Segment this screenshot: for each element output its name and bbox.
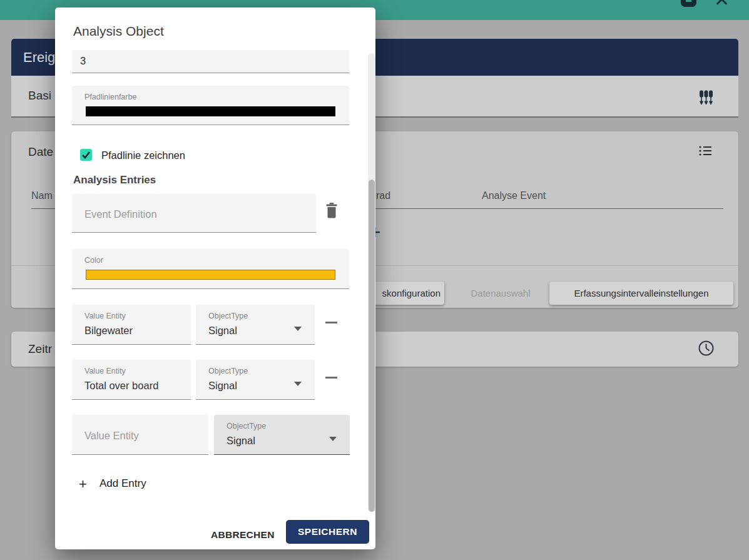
dialog-title: Analysis Object (73, 24, 164, 39)
table-header-rad: rad (376, 190, 390, 201)
table-header-analyse-event: Analyse Event (482, 190, 546, 201)
object-type-label: ObjectType (208, 367, 248, 375)
event-definition-field[interactable]: Event Definition (72, 194, 316, 233)
object-type-select[interactable]: ObjectType Signal (196, 305, 315, 345)
basis-row-label: Basi (28, 89, 51, 103)
daten-panel-title: Date (28, 145, 53, 159)
trash-icon[interactable] (325, 203, 338, 219)
table-header-name: Nam (31, 190, 53, 201)
analysis-entries-heading: Analysis Entries (73, 174, 156, 186)
value-entity-label: Value Entity (84, 367, 126, 375)
tune-filter-icon[interactable] (699, 90, 713, 105)
dialog-scrollbar-thumb[interactable] (369, 180, 375, 512)
value-entity-field[interactable]: Value Entity (72, 415, 208, 455)
value-entity-field[interactable]: Value Entity Bilgewater (72, 305, 191, 345)
object-type-value: Signal (208, 380, 237, 392)
entry-color-swatch[interactable] (86, 270, 335, 280)
chevron-down-icon (294, 382, 302, 386)
path-line-checkbox[interactable] (80, 149, 92, 161)
object-type-label: ObjectType (208, 312, 248, 320)
object-type-value: Signal (208, 325, 237, 337)
zeitraum-row-label: Zeitr (28, 342, 52, 356)
erfassungsintervall-button[interactable]: Erfassungsintervalleinstellungen (549, 282, 733, 305)
chevron-down-icon (329, 437, 337, 441)
number-field-value: 3 (80, 55, 86, 67)
event-definition-placeholder: Event Definition (84, 208, 157, 220)
path-color-field-label: Pfadlinienfarbe (84, 93, 136, 101)
object-type-label: ObjectType (227, 422, 266, 430)
number-field[interactable]: 3 (72, 50, 349, 73)
path-color-field[interactable]: Pfadlinienfarbe (72, 86, 349, 125)
clock-icon[interactable] (698, 340, 715, 357)
path-color-swatch[interactable] (86, 106, 335, 116)
remove-entry-button[interactable] (325, 322, 337, 323)
value-entity-value: Total over board (84, 380, 158, 392)
add-entry-button[interactable]: + Add Entry (79, 476, 160, 492)
dialog-scrollbar-track[interactable] (368, 53, 375, 512)
object-type-select[interactable]: ObjectType Signal (214, 415, 350, 455)
plus-icon: + (79, 476, 87, 492)
analysis-object-dialog: Analysis Object 3 Pfadlinienfarbe Pfadli… (55, 8, 375, 549)
entry-color-field-label: Color (84, 256, 103, 265)
bag-icon-notch (686, 0, 691, 2)
remove-entry-button[interactable] (325, 377, 337, 379)
list-icon[interactable] (699, 145, 711, 156)
cancel-button[interactable]: ABBRECHEN (207, 526, 277, 544)
screen: Ereig Basi Date Nam (0, 0, 749, 560)
object-type-value: Signal (227, 435, 255, 447)
value-entity-value: Bilgewater (84, 325, 133, 337)
path-line-checkbox-label: Pfadlinie zeichnen (101, 150, 185, 161)
entry-color-field[interactable]: Color (72, 249, 349, 289)
close-icon[interactable] (715, 0, 728, 6)
value-entity-placeholder: Value Entity (84, 430, 139, 442)
bag-icon[interactable] (681, 0, 696, 7)
add-entry-label: Add Entry (99, 477, 146, 490)
datenauswahl-button[interactable]: Datenauswahl (457, 282, 544, 305)
ereignis-banner-label: Ereig (23, 49, 55, 66)
save-button[interactable]: SPEICHERN (286, 520, 369, 544)
object-type-select[interactable]: ObjectType Signal (196, 360, 315, 400)
chevron-down-icon (294, 327, 302, 331)
value-entity-field[interactable]: Value Entity Total over board (72, 360, 191, 400)
value-entity-label: Value Entity (84, 312, 126, 320)
